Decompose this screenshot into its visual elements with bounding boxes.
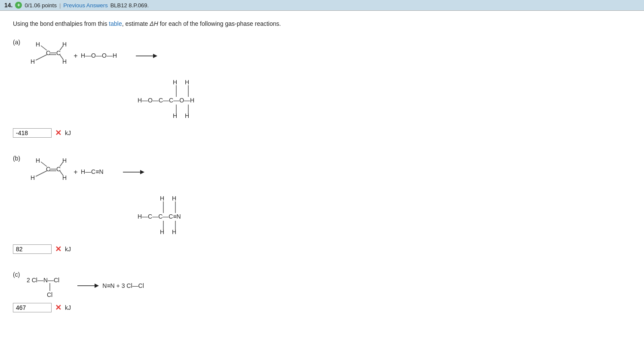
svg-text:H—C—C—C≡N: H—C—C—C≡N <box>138 213 181 220</box>
answer-input-b[interactable]: 82 <box>13 244 52 254</box>
hooh-molecule: H—O—O—H <box>81 50 132 62</box>
wrong-icon-c: ✕ <box>55 303 61 312</box>
svg-text:H: H <box>62 41 67 48</box>
points-text: 0/1.06 points <box>25 2 56 9</box>
svg-text:H—O—O—H: H—O—O—H <box>81 52 117 59</box>
hcn-molecule: H—C≡N <box>81 166 120 178</box>
answer-row-c: 467 ✕ kJ <box>13 303 374 312</box>
delta-h: ΔH <box>150 20 158 27</box>
table-link[interactable]: table <box>109 20 122 27</box>
svg-text:H—O—C—C—O—H: H—O—C—C—O—H <box>138 97 194 104</box>
reaction-arrow-a <box>136 52 157 60</box>
svg-line-35 <box>60 171 63 176</box>
product-b-molecule: H H H—C—C—C≡N H H <box>138 193 232 240</box>
svg-text:H—C≡N: H—C≡N <box>81 168 104 175</box>
reaction-arrow-c <box>77 281 99 290</box>
svg-line-31 <box>36 171 47 176</box>
svg-line-11 <box>60 55 63 59</box>
products-c: N≡N + 3 Cl—Cl <box>102 282 144 289</box>
svg-text:H: H <box>173 79 177 86</box>
svg-text:H: H <box>172 195 176 202</box>
plus-operator-a: + <box>74 52 77 60</box>
svg-text:H: H <box>160 195 164 202</box>
svg-text:H: H <box>36 41 40 48</box>
svg-text:H: H <box>36 157 40 164</box>
unit-label-c: kJ <box>65 304 71 311</box>
part-b: (b) H H C C H H + <box>13 155 374 254</box>
svg-line-6 <box>41 46 47 50</box>
intro-text-3: for each of the following gas-phase reac… <box>158 20 281 27</box>
svg-text:H: H <box>31 174 35 181</box>
reaction-arrow-b <box>123 168 144 176</box>
unit-label-a: kJ <box>65 130 71 136</box>
svg-line-10 <box>60 46 63 50</box>
pipe-separator: | <box>59 2 61 9</box>
part-a-label: (a) <box>13 39 20 46</box>
ethylene-molecule: H H C C H H <box>27 39 70 73</box>
part-c-label: (c) <box>13 271 20 278</box>
unit-label-b: kJ <box>65 246 71 253</box>
plus-circle-icon: + <box>15 2 22 9</box>
svg-text:H: H <box>31 58 35 65</box>
ncl3-molecule: 2 Cl—N—Cl Cl <box>27 273 74 299</box>
product-a-molecule: H H H—O—C—C—O—H H H <box>138 77 241 124</box>
svg-line-30 <box>41 162 47 167</box>
intro-text-1: Using the bond enthalpies from this <box>13 20 109 27</box>
ethylene-molecule-b: H H C C H H <box>27 155 70 189</box>
answer-row-a: -418 ✕ kJ <box>13 128 374 138</box>
svg-marker-38 <box>140 170 144 174</box>
previous-answers-link[interactable]: Previous Answers <box>63 2 107 9</box>
svg-line-7 <box>36 55 47 60</box>
problem-code: BLB12 8.P.069. <box>110 2 149 9</box>
plus-operator-b: + <box>74 168 77 176</box>
intro-text: Using the bond enthalpies from this tabl… <box>13 19 374 28</box>
part-b-label: (b) <box>13 155 20 162</box>
svg-text:H: H <box>185 79 189 86</box>
svg-text:H: H <box>62 157 67 164</box>
wrong-icon-b: ✕ <box>55 244 61 254</box>
header-bar: 14. + 0/1.06 points | Previous Answers B… <box>0 0 644 11</box>
question-number: 14. <box>4 2 12 9</box>
svg-marker-14 <box>153 54 157 58</box>
main-content: Using the bond enthalpies from this tabl… <box>0 11 387 338</box>
part-a: (a) H H C C H H <box>13 39 374 138</box>
svg-marker-52 <box>95 284 99 288</box>
wrong-icon-a: ✕ <box>55 128 61 138</box>
answer-input-c[interactable]: 467 <box>13 303 52 312</box>
svg-text:2 Cl—N—Cl: 2 Cl—N—Cl <box>27 277 59 284</box>
answer-row-b: 82 ✕ kJ <box>13 244 374 254</box>
svg-line-34 <box>60 162 63 167</box>
answer-input-a[interactable]: -418 <box>13 128 52 138</box>
svg-text:Cl: Cl <box>47 291 52 298</box>
part-c: (c) 2 Cl—N—Cl Cl <box>13 271 374 312</box>
intro-text-2: , estimate <box>122 20 150 27</box>
